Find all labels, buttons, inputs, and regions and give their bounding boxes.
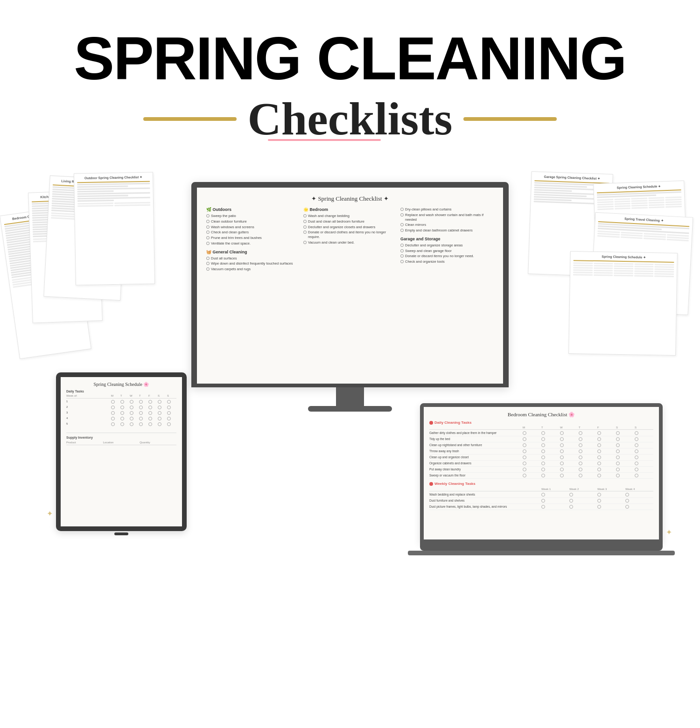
check-circle xyxy=(400,208,404,211)
item-text: Check and organize tools xyxy=(405,259,445,264)
col-header-m: M xyxy=(111,394,120,397)
check-box xyxy=(597,462,601,465)
schedule-row: 4 xyxy=(66,416,176,421)
check-box xyxy=(616,431,620,435)
laptop-base xyxy=(420,543,663,551)
check-circle xyxy=(400,254,404,258)
check-box xyxy=(597,474,601,477)
checklist-item: Ventilate the crawl space. xyxy=(206,241,300,246)
col-header-s: S xyxy=(158,394,167,397)
daily-row: Tidy up the bed xyxy=(429,437,653,442)
schedule-content: Spring Cleaning Schedule 🌸 Daily Tasks W… xyxy=(61,377,182,526)
task-name: Dust furniture and shelves xyxy=(429,499,541,503)
check-box xyxy=(139,411,143,415)
check-box xyxy=(597,449,601,453)
checklist-item: Dry-clean pillows and curtains xyxy=(400,207,494,212)
check-cell xyxy=(167,400,176,404)
check-box xyxy=(560,474,564,477)
col-task xyxy=(429,488,541,490)
item-text: Replace and wash shower curtain and bath… xyxy=(405,213,494,222)
item-text: Dust and clean all bedroom furniture xyxy=(308,219,364,224)
check-circle xyxy=(400,229,404,232)
desktop-monitor: ✦ Spring Cleaning Checklist ✦ 🌿 Outdoors… xyxy=(191,182,509,412)
check-box xyxy=(560,449,564,453)
checklist-item: Wash and change bedding xyxy=(303,214,397,218)
weekly-row: Dust furniture and shelves xyxy=(429,498,653,504)
col-t2: T xyxy=(579,426,597,429)
item-text: Donate or discard items you no longer ne… xyxy=(405,254,474,259)
check-box xyxy=(158,400,161,404)
supply-label: Supply Inventory xyxy=(66,436,176,439)
checklist-item: Donate or discard items you no longer ne… xyxy=(400,254,494,259)
row-label: 1 xyxy=(66,400,111,404)
col-s2: S xyxy=(635,426,653,429)
check-box xyxy=(597,437,601,441)
check-circle xyxy=(303,241,307,244)
daily-tasks-label: Daily Tasks xyxy=(66,390,176,393)
check-box xyxy=(541,493,545,497)
check-box xyxy=(541,468,545,471)
check-box xyxy=(579,468,582,471)
check-box xyxy=(635,462,638,465)
col-w4: Week 4 xyxy=(625,488,653,490)
schedule-row: 1 xyxy=(66,399,176,405)
checklist-item: Prune and trim trees and bushes xyxy=(206,236,300,240)
garage-section: Garage and Storage Declutter and organiz… xyxy=(400,237,494,264)
col-task xyxy=(429,426,523,429)
checklist-item: Declutter and organize closets and drawe… xyxy=(303,225,397,230)
check-box xyxy=(541,449,545,453)
row-label: 5 xyxy=(66,422,111,427)
check-box xyxy=(579,431,582,435)
row-label: 2 xyxy=(66,406,111,410)
check-box xyxy=(130,411,133,415)
check-box xyxy=(541,431,545,435)
check-box xyxy=(541,455,545,459)
checklist-title: ✦ Spring Cleaning Checklist ✦ xyxy=(206,195,494,203)
col-location: Location xyxy=(103,441,140,444)
item-text: Check and clean gutters xyxy=(211,230,249,235)
task-name: Put away clean laundry xyxy=(429,468,523,472)
item-text: Vacuum carpets and rugs xyxy=(211,267,251,272)
check-circle xyxy=(206,242,210,245)
check-box xyxy=(148,406,152,409)
col-product: Product xyxy=(66,441,103,444)
weekly-row: Dust picture frames, light bulbs, lamp s… xyxy=(429,504,653,510)
col-w3: Week 3 xyxy=(597,488,625,490)
check-box xyxy=(616,455,620,459)
check-box xyxy=(523,468,526,471)
task-name: Organize cabinets and drawers xyxy=(429,462,523,466)
daily-grid-header: M T W T F S S xyxy=(429,426,653,430)
check-box xyxy=(635,443,638,447)
check-box xyxy=(635,455,638,459)
check-box xyxy=(625,493,629,497)
laptop: Bedroom Cleaning Checklist 🌸 Daily Clean… xyxy=(420,403,663,555)
daily-section-title: Daily Cleaning Tasks xyxy=(429,420,653,425)
check-box xyxy=(597,493,601,497)
checklist-item: Check and clean gutters xyxy=(206,230,300,235)
dot-icon xyxy=(429,482,433,486)
monitor-stand xyxy=(336,387,364,406)
checklist-columns: 🌿 Outdoors Sweep the patio Clean outdoor… xyxy=(206,207,494,273)
devices-section: ✦ ✦ ✦ ✦ ✦ ✦ ✦ ✦ Bedroom Cleaning Checkli… xyxy=(0,163,700,583)
check-box xyxy=(541,443,545,447)
background-papers-left: Bedroom Cleaning Checklist ✦ Kitchen Cle… xyxy=(9,173,140,359)
check-box xyxy=(523,462,526,465)
tablet-screen: Spring Cleaning Schedule 🌸 Daily Tasks W… xyxy=(56,372,187,531)
checklist-item: Empty and clean bathroom cabinet drawers xyxy=(400,228,494,233)
check-cell xyxy=(130,400,139,404)
checklist-col-3: Dry-clean pillows and curtains Replace a… xyxy=(400,207,494,273)
check-box xyxy=(579,449,582,453)
schedule-header: Week of: M T W T F S S xyxy=(66,394,176,399)
check-box xyxy=(111,422,115,426)
task-name: Throw away any trash xyxy=(429,449,523,454)
outdoor-checklist-paper: Outdoor Spring Cleaning Checklist ✦ xyxy=(74,172,155,286)
checklist-item: Vacuum carpets and rugs xyxy=(206,267,300,272)
check-circle xyxy=(206,231,210,234)
check-box xyxy=(597,468,601,471)
col-header-f: F xyxy=(148,394,158,397)
check-box xyxy=(523,455,526,459)
weekly-section-title: Weekly Cleaning Tasks xyxy=(429,482,653,486)
col-f: F xyxy=(597,426,616,429)
check-circle xyxy=(206,214,210,217)
col-t: T xyxy=(541,426,560,429)
